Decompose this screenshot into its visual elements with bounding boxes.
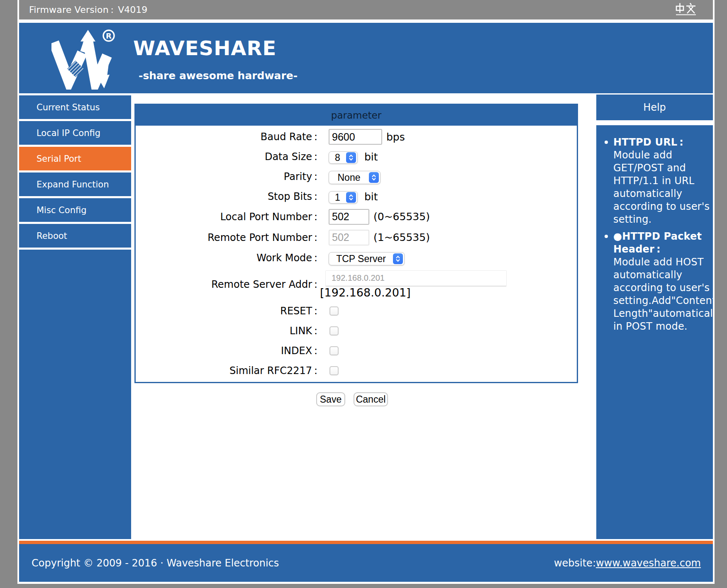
form-row-remote-port: Remote Port Number : (1~65535) — [136, 227, 577, 248]
similar-rfc2217-checkbox[interactable] — [329, 366, 339, 375]
form-row-work-mode: Work Mode : TCP Server — [136, 248, 577, 268]
help-item-heading: ●HTTPD Packet Header : — [613, 231, 702, 255]
form-row-stop-bits: Stop Bits : 1 bit — [136, 187, 577, 207]
stop-bits-value: 1 — [329, 192, 346, 203]
sidebar-item-misc-config[interactable]: Misc Config — [19, 198, 131, 222]
form-title: parameter — [136, 105, 577, 126]
form-buttons: Save Cancel — [316, 392, 388, 406]
save-button[interactable]: Save — [316, 392, 345, 406]
page: Firmware Version : V4019 — [17, 0, 715, 584]
baud-rate-unit: bps — [386, 131, 405, 143]
parameter-form: parameter Baud Rate : bps Data Size : 8 … — [134, 104, 578, 383]
stepper-icon — [346, 152, 356, 163]
work-mode-value: TCP Server — [329, 253, 393, 265]
form-row-parity: Parity : None — [136, 167, 577, 187]
firmware-version-label: Firmware Version : — [29, 5, 114, 15]
sidebar-item-label: Reboot — [37, 231, 67, 241]
stepper-icon — [369, 172, 379, 183]
local-port-range: (0~65535) — [373, 211, 430, 223]
work-mode-label: Work Mode : — [136, 252, 317, 264]
brand-title: WAVESHARE — [133, 36, 276, 60]
stepper-icon — [393, 253, 403, 264]
brand-tagline: -share awesome hardware- — [139, 70, 298, 82]
data-size-value: 8 — [329, 152, 346, 163]
remote-server-addr-input[interactable] — [325, 270, 507, 287]
index-label: INDEX : — [136, 345, 317, 357]
form-row-local-port: Local Port Number : (0~65535) — [136, 207, 577, 227]
svg-text:R: R — [106, 32, 112, 40]
help-item-httpd-packet-header: ●HTTPD Packet Header :Module add HOST au… — [613, 230, 712, 333]
chinese-characters-icon — [675, 2, 697, 15]
stepper-icon — [346, 192, 356, 203]
sidebar-item-expand-function[interactable]: Expand Function — [19, 173, 131, 196]
baud-rate-label: Baud Rate : — [136, 131, 317, 143]
baud-rate-input[interactable] — [329, 129, 382, 145]
sidebar-item-label: Expand Function — [37, 180, 109, 190]
data-size-unit: bit — [364, 151, 378, 163]
top-bar: Firmware Version : V4019 — [19, 0, 713, 19]
form-row-data-size: Data Size : 8 bit — [136, 147, 577, 167]
sidebar-item-label: Serial Port — [37, 154, 81, 164]
sidebar-item-label: Local IP Config — [37, 128, 100, 138]
local-port-input[interactable] — [329, 209, 369, 225]
sidebar-item-local-ip-config[interactable]: Local IP Config — [19, 121, 131, 145]
remote-port-range: (1~65535) — [373, 231, 430, 243]
help-item-heading: HTTPD URL : — [613, 136, 683, 148]
sidebar-item-reboot[interactable]: Reboot — [19, 224, 131, 248]
sidebar-item-label: Current Status — [37, 102, 100, 112]
footer: Copyright © 2009 - 2016 · Waveshare Elec… — [19, 544, 713, 582]
header-banner: R WAVESHARE -share awesome hardware- — [19, 23, 713, 93]
website-link[interactable]: www.waveshare.com — [596, 557, 701, 569]
parity-label: Parity : — [136, 171, 317, 182]
footer-accent-strip — [19, 541, 713, 544]
sidebar-item-current-status[interactable]: Current Status — [19, 95, 131, 119]
index-checkbox[interactable] — [329, 346, 339, 355]
help-item-body: Module add GET/POST and HTTP/1.1 in URL … — [613, 149, 710, 225]
similar-rfc2217-label: Similar RFC2217 : — [136, 365, 317, 377]
link-checkbox[interactable] — [329, 326, 339, 335]
parity-value: None — [329, 172, 369, 183]
stop-bits-unit: bit — [364, 191, 378, 203]
form-row-link: LINK : — [136, 321, 577, 341]
form-row-index: INDEX : — [136, 341, 577, 361]
sidebar-filler — [19, 250, 131, 539]
cancel-button[interactable]: Cancel — [354, 392, 388, 406]
form-row-reset: RESET : — [136, 301, 577, 321]
reset-label: RESET : — [136, 305, 317, 317]
website-label: website: — [554, 557, 596, 569]
parity-select[interactable]: None — [329, 171, 381, 184]
stop-bits-select[interactable]: 1 — [329, 191, 358, 204]
help-item-httpd-url: HTTPD URL :Module add GET/POST and HTTP/… — [613, 136, 712, 226]
work-mode-select[interactable]: TCP Server — [329, 252, 405, 265]
form-row-baud-rate: Baud Rate : bps — [136, 127, 577, 147]
waveshare-logo-icon: R — [51, 29, 118, 90]
sidebar-item-label: Misc Config — [37, 205, 87, 215]
help-title: Help — [596, 95, 713, 120]
link-label: LINK : — [136, 325, 317, 337]
local-port-label: Local Port Number : — [136, 211, 317, 223]
form-row-similar-rfc2217: Similar RFC2217 : — [136, 361, 577, 381]
stop-bits-label: Stop Bits : — [136, 191, 317, 202]
data-size-select[interactable]: 8 — [329, 151, 358, 164]
remote-port-label: Remote Port Number : — [136, 232, 317, 243]
help-panel: HTTPD URL :Module add GET/POST and HTTP/… — [596, 125, 713, 539]
remote-server-addr-note: [192.168.0.201] — [320, 287, 411, 299]
form-row-remote-server-addr: Remote Server Addr : [192.168.0.201] — [136, 268, 577, 301]
help-item-body: Module add HOST automatically according … — [613, 256, 713, 332]
remote-server-addr-label: Remote Server Addr : — [136, 279, 317, 290]
firmware-version-value: V4019 — [118, 5, 147, 15]
reset-checkbox[interactable] — [329, 306, 339, 316]
data-size-label: Data Size : — [136, 151, 317, 163]
copyright-text: Copyright © 2009 - 2016 · Waveshare Elec… — [32, 557, 279, 569]
remote-port-input[interactable] — [329, 230, 369, 245]
sidebar-item-serial-port[interactable]: Serial Port — [19, 147, 131, 170]
language-link-chinese[interactable] — [675, 2, 697, 17]
website-line: website:www.waveshare.com — [554, 557, 701, 569]
